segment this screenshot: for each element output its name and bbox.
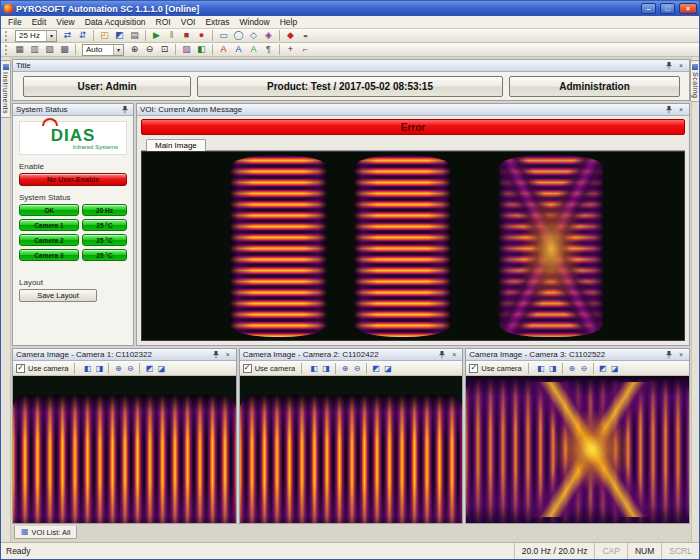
window-titlebar[interactable]: PYROSOFT Automation SC 1.1.1.0 [Online] … [1,1,699,16]
tab-voi-list[interactable]: ▦ VOI List: All [14,526,77,539]
autoscale-icon[interactable]: ◧ [535,363,547,374]
minimize-button[interactable]: – [641,3,656,14]
text-green-icon[interactable]: A [246,44,261,56]
palette-icon[interactable]: ◩ [370,363,382,374]
alarm-icon[interactable]: ◆ [283,30,298,42]
camera-info-icon[interactable]: ◪ [382,363,394,374]
zoom-in-icon[interactable]: ⊕ [112,363,124,374]
menu-help[interactable]: Help [275,16,302,28]
pin-icon[interactable] [664,61,674,70]
tab-main-image[interactable]: Main Image [146,139,206,151]
pause-acquisition-icon[interactable]: ‖ [164,30,179,42]
system-status-header[interactable]: System Status [13,104,133,116]
zoom-out-icon[interactable]: ⊖ [124,363,136,374]
connect-camera-icon[interactable]: ⇄ [60,30,75,42]
toolbar-grip[interactable] [5,45,7,55]
close-icon[interactable]: × [223,350,233,359]
roi-polygon-icon[interactable]: ◇ [246,30,261,42]
toolbar-grip[interactable] [5,31,7,41]
administration-button[interactable]: Administration [509,76,680,97]
new-view-icon[interactable]: ▦ [12,44,27,56]
camera1-tool-icons: ◧◨⊕⊖◩◪ [81,363,167,374]
text-red-icon[interactable]: A [216,44,231,56]
zoom-out-icon[interactable]: ⊖ [351,363,363,374]
product-button[interactable]: Product: Test / 2017-05-02 08:53:15 [197,76,503,97]
voi-icon[interactable]: ◈ [261,30,276,42]
use-camera-checkbox[interactable]: ✓ [243,364,252,373]
menu-roi[interactable]: ROI [151,16,176,28]
status-num-lock: NUM [627,543,661,559]
camera2-header[interactable]: Camera Image - Camera 2: C1102422 × [240,349,463,361]
isotherm-icon[interactable]: ◧ [194,44,209,56]
menu-voi[interactable]: VOI [176,16,201,28]
settings-icon[interactable]: ◒ [298,30,313,42]
instruments-autohide-tab[interactable]: Instruments [1,60,11,118]
zoom-in-icon[interactable]: ⊕ [127,44,142,56]
toolbar-separator [366,363,367,374]
thermal-coil-2 [354,155,451,337]
save-icon[interactable]: ◩ [112,30,127,42]
menu-view[interactable]: View [51,16,79,28]
menu-window[interactable]: Window [234,16,274,28]
full-image-icon[interactable]: ▩ [57,44,72,56]
instruments-tab-icon [3,64,9,70]
menu-data-acquisition[interactable]: Data Acquisition [80,16,151,28]
crosshair-icon[interactable]: + [283,44,298,56]
palette-icon[interactable]: ◩ [597,363,609,374]
title-panel: Title × User: Admin Product: Test / 2017… [12,59,690,101]
start-acquisition-icon[interactable]: ▶ [149,30,164,42]
zoom-out-icon[interactable]: ⊖ [578,363,590,374]
camera3-header[interactable]: Camera Image - Camera 3: C1102522 × [466,349,689,361]
pin-icon[interactable] [664,350,674,359]
save-layout-button[interactable]: Save Layout [19,289,97,302]
use-camera-checkbox[interactable]: ✓ [469,364,478,373]
manual-scale-icon[interactable]: ◨ [547,363,559,374]
zoom-in-icon[interactable]: ⊕ [339,363,351,374]
close-icon[interactable]: × [676,61,686,70]
frequency-combo[interactable]: 25 Hz ▾ [15,30,57,42]
open-layout-icon[interactable]: ◰ [97,30,112,42]
close-icon[interactable]: × [676,105,686,114]
manual-scale-icon[interactable]: ◨ [320,363,332,374]
camera-info-icon[interactable]: ◪ [609,363,621,374]
close-icon[interactable]: × [449,350,459,359]
palette-icon[interactable]: ◩ [143,363,155,374]
zoom-mode-combo[interactable]: Auto ▾ [82,44,124,56]
zoom-in-icon[interactable]: ⊕ [566,363,578,374]
pin-icon[interactable] [120,105,130,114]
menu-extras[interactable]: Extras [200,16,234,28]
print-icon[interactable]: ▤ [127,30,142,42]
title-panel-header[interactable]: Title × [13,60,689,72]
autoscale-icon[interactable]: ◧ [81,363,93,374]
palette-icon[interactable]: ▨ [179,44,194,56]
cascade-windows-icon[interactable]: ▧ [42,44,57,56]
menu-edit[interactable]: Edit [27,16,52,28]
use-camera-checkbox[interactable]: ✓ [16,364,25,373]
refresh-icon[interactable]: ⇵ [75,30,90,42]
pin-icon[interactable] [664,105,674,114]
zoom-fit-icon[interactable]: ⊡ [157,44,172,56]
manual-scale-icon[interactable]: ◨ [93,363,105,374]
user-enable-button[interactable]: No User-Enable [19,173,127,186]
close-icon[interactable]: × [676,350,686,359]
stop-acquisition-icon[interactable]: ■ [179,30,194,42]
voi-panel-header[interactable]: VOI: Current Alarm Message × [137,104,689,116]
scaling-autohide-tab[interactable]: Scaling [690,60,699,102]
pin-icon[interactable] [211,350,221,359]
autoscale-icon[interactable]: ◧ [308,363,320,374]
measure-icon[interactable]: ⌐ [298,44,313,56]
roi-rectangle-icon[interactable]: ▭ [216,30,231,42]
record-icon[interactable]: ● [194,30,209,42]
zoom-out-icon[interactable]: ⊖ [142,44,157,56]
camera1-header[interactable]: Camera Image - Camera 1: C1102322 × [13,349,236,361]
maximize-button[interactable]: □ [660,3,675,14]
close-button[interactable]: × [679,3,697,14]
pin-icon[interactable] [437,350,447,359]
roi-ellipse-icon[interactable]: ◯ [231,30,246,42]
user-button[interactable]: User: Admin [23,76,191,97]
tile-windows-icon[interactable]: ▥ [27,44,42,56]
text-blue-icon[interactable]: A [231,44,246,56]
camera-info-icon[interactable]: ◪ [155,363,167,374]
annotation-icon[interactable]: ¶ [261,44,276,56]
menu-file[interactable]: File [3,16,27,28]
